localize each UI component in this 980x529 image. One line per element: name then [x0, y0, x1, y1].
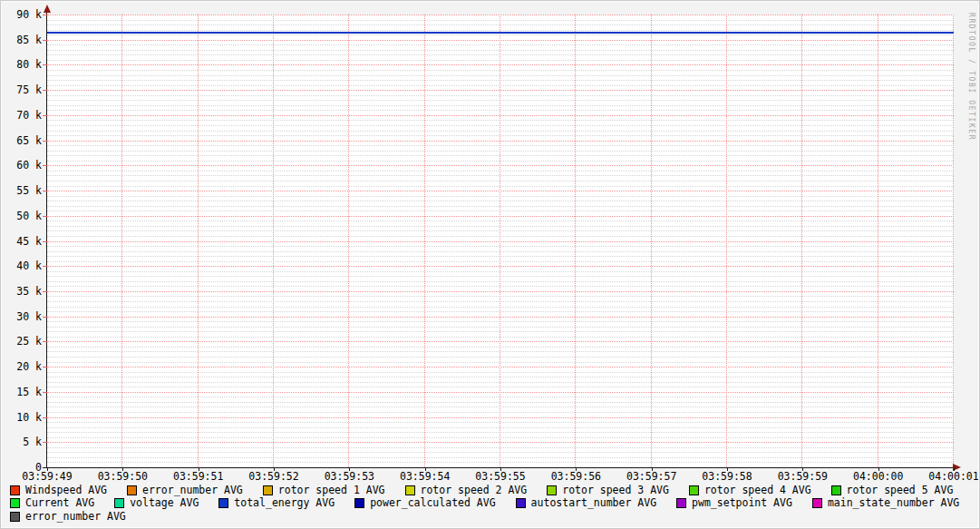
plot-area	[47, 15, 954, 467]
y-minor-gridline	[47, 307, 954, 308]
y-minor-gridline	[47, 135, 954, 136]
y-axis-label: 0	[1, 462, 42, 473]
y-axis-label: 45 k	[1, 236, 42, 247]
y-axis-label: 80 k	[1, 59, 42, 70]
y-minor-gridline	[47, 131, 954, 132]
y-axis-tick	[43, 115, 47, 116]
y-major-gridline	[47, 115, 954, 116]
legend-item: voltage AVG	[114, 497, 199, 509]
y-minor-gridline	[47, 226, 954, 227]
legend-color-swatch	[10, 485, 20, 495]
y-minor-gridline	[47, 331, 954, 332]
legend-item: pwm_setpoint AVG	[676, 497, 792, 509]
legend-item: rotor speed 5 AVG	[831, 485, 954, 496]
x-major-gridline	[878, 15, 878, 467]
legend-color-swatch	[405, 485, 415, 495]
y-axis-label: 20 k	[1, 361, 42, 372]
y-axis-label: 25 k	[1, 336, 42, 347]
y-minor-gridline	[47, 337, 954, 338]
y-axis-tick	[43, 90, 47, 91]
y-minor-gridline	[47, 251, 954, 252]
x-major-gridline	[198, 15, 199, 467]
y-minor-gridline	[47, 80, 954, 81]
y-minor-gridline	[47, 286, 954, 287]
y-axis-tick	[43, 417, 47, 418]
y-axis-label: 40 k	[1, 260, 42, 271]
y-minor-gridline	[47, 186, 954, 187]
y-minor-gridline	[47, 382, 954, 383]
y-minor-gridline	[47, 161, 954, 162]
y-minor-gridline	[47, 120, 954, 121]
y-major-gridline	[47, 64, 954, 65]
x-major-gridline	[500, 15, 500, 467]
legend-color-swatch	[10, 498, 20, 508]
y-minor-gridline	[47, 34, 954, 35]
y-minor-gridline	[47, 181, 954, 181]
legend: Windspeed AVGerror_number AVGrotor speed…	[10, 484, 980, 524]
y-minor-gridline	[47, 362, 954, 363]
legend-color-swatch	[812, 498, 822, 508]
x-axis-label: 03:59:51	[162, 471, 235, 482]
legend-item: total_energy AVG	[218, 497, 335, 509]
y-minor-gridline	[47, 60, 954, 61]
y-minor-gridline	[47, 261, 954, 262]
legend-item: rotor speed 4 AVG	[689, 485, 811, 496]
x-major-gridline	[348, 15, 349, 467]
y-axis-label: 50 k	[1, 211, 42, 221]
y-major-gridline	[47, 442, 954, 443]
y-minor-gridline	[47, 206, 954, 207]
legend-color-swatch	[831, 485, 841, 495]
y-axis-line	[46, 10, 47, 468]
legend-color-swatch	[114, 498, 124, 508]
legend-item: rotor speed 2 AVG	[405, 485, 528, 496]
y-minor-gridline	[47, 397, 954, 397]
y-major-gridline	[47, 417, 954, 418]
x-axis-label: 03:59:59	[766, 471, 839, 482]
legend-label: error_number AVG	[142, 485, 243, 496]
y-minor-gridline	[47, 30, 954, 31]
legend-label: main_state_number AVG	[828, 497, 959, 509]
y-minor-gridline	[47, 175, 954, 176]
x-major-gridline	[424, 15, 425, 467]
y-axis-tick	[43, 191, 47, 191]
y-major-gridline	[47, 90, 954, 91]
y-axis-label: 75 k	[1, 84, 42, 95]
legend-item: autostart_number AVG	[516, 497, 656, 509]
y-minor-gridline	[47, 327, 954, 328]
x-major-gridline	[953, 15, 954, 467]
y-minor-gridline	[47, 171, 954, 171]
x-major-gridline	[651, 15, 652, 467]
x-axis-label: 03:59:57	[616, 471, 688, 482]
x-axis-label: 03:59:52	[238, 471, 310, 482]
y-axis-tick	[43, 15, 47, 15]
legend-color-swatch	[516, 498, 526, 508]
y-minor-gridline	[47, 296, 954, 297]
y-minor-gridline	[47, 50, 954, 51]
x-major-gridline	[273, 15, 274, 467]
legend-item: Current AVG	[10, 497, 94, 509]
y-minor-gridline	[47, 246, 954, 247]
x-axis-label: 03:59:58	[691, 471, 763, 482]
y-minor-gridline	[47, 271, 954, 272]
y-axis-label: 35 k	[1, 286, 42, 297]
x-axis-label: 04:00:01	[917, 471, 980, 482]
y-minor-gridline	[47, 196, 954, 197]
y-minor-gridline	[47, 151, 954, 152]
y-minor-gridline	[47, 412, 954, 413]
legend-color-swatch	[127, 485, 137, 495]
x-axis-line	[43, 467, 955, 468]
y-minor-gridline	[47, 311, 954, 312]
y-axis-label: 30 k	[1, 311, 42, 322]
y-axis-tick	[43, 40, 47, 41]
y-axis-label: 5 k	[1, 436, 42, 447]
y-minor-gridline	[47, 54, 954, 55]
x-axis-label: 03:59:53	[313, 471, 385, 482]
x-axis-label: 03:59:54	[389, 471, 461, 482]
legend-color-swatch	[354, 498, 364, 508]
legend-item: error_number AVG	[127, 485, 243, 496]
legend-label: autostart_number AVG	[531, 497, 656, 509]
legend-color-swatch	[676, 498, 686, 508]
legend-item: main_state_number AVG	[812, 497, 959, 509]
rrdtool-graph: RRDTOOL / TOBI OETIKER 03:59:4903:59:500…	[0, 0, 980, 529]
legend-color-swatch	[689, 485, 699, 495]
